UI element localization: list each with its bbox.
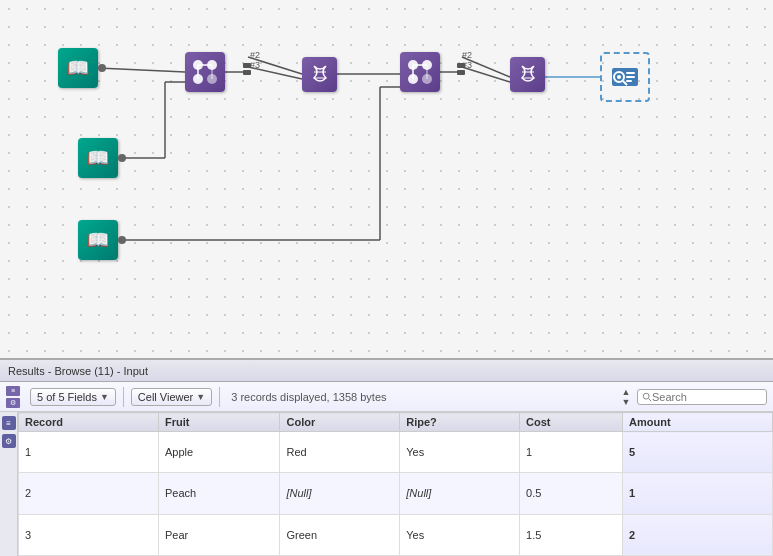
table-row: 1AppleRedYes15 <box>19 432 773 473</box>
dna-node-1[interactable] <box>302 57 337 92</box>
results-panel: Results - Browse (11) - Input ≡ ⚙ 5 of 5… <box>0 360 773 556</box>
search-box <box>637 389 767 405</box>
fields-label: 5 of 5 Fields <box>37 391 97 403</box>
connections-svg <box>0 0 773 358</box>
cell-amount-1: 5 <box>623 432 773 473</box>
svg-point-39 <box>617 75 621 79</box>
results-toolbar: ≡ ⚙ 5 of 5 Fields ▼ Cell Viewer ▼ 3 reco… <box>0 382 773 412</box>
col-header-fruit[interactable]: Fruit <box>158 413 280 432</box>
svg-rect-16 <box>243 70 251 75</box>
book-node-3[interactable]: 📖 <box>78 220 118 260</box>
svg-line-45 <box>649 398 652 401</box>
col-header-ripe[interactable]: Ripe? <box>400 413 520 432</box>
label-2b: #2 <box>462 50 472 60</box>
col-header-cost[interactable]: Cost <box>520 413 623 432</box>
svg-rect-43 <box>626 80 632 82</box>
cell-amount-2: 1 <box>623 473 773 514</box>
book3-output <box>118 236 126 244</box>
fields-chevron: ▼ <box>100 392 109 402</box>
viewer-button[interactable]: Cell Viewer ▼ <box>131 388 212 406</box>
dna-node-2[interactable] <box>510 57 545 92</box>
table-body: 1AppleRedYes152Peach[Null][Null]0.513Pea… <box>19 432 773 556</box>
cell-cost-1: 1 <box>520 432 623 473</box>
side-icon-1: ≡ <box>6 386 20 396</box>
results-title: Results - Browse (11) - Input <box>0 360 773 382</box>
cell-color-2: [Null] <box>280 473 400 514</box>
side-icon-table: ≡ <box>2 416 16 430</box>
label-3a: #3 <box>250 60 260 70</box>
separator-2 <box>219 387 220 407</box>
cell-fruit-2: Peach <box>158 473 280 514</box>
workflow-canvas: 📖 📖 📖 #2 #3 <box>0 0 773 360</box>
svg-rect-41 <box>626 72 635 74</box>
join-node-2[interactable] <box>400 52 440 92</box>
svg-line-0 <box>98 68 185 72</box>
sort-up-button[interactable]: ▲ <box>619 387 633 397</box>
cell-ripe-1: Yes <box>400 432 520 473</box>
data-table: Record Fruit Color Ripe? Cost Amount 1Ap… <box>18 412 773 556</box>
cell-record-2: 2 <box>19 473 159 514</box>
cell-ripe-2: [Null] <box>400 473 520 514</box>
col-header-record[interactable]: Record <box>19 413 159 432</box>
viewer-chevron: ▼ <box>196 392 205 402</box>
side-icons-panel: ≡ ⚙ <box>0 412 18 556</box>
separator-1 <box>123 387 124 407</box>
cell-record-3: 3 <box>19 514 159 555</box>
side-icon-2: ⚙ <box>6 398 20 408</box>
sort-buttons: ▲ ▼ <box>619 387 633 407</box>
results-table-container: ≡ ⚙ Record Fruit Color Ripe? Cost Amount… <box>0 412 773 556</box>
viewer-label: Cell Viewer <box>138 391 193 403</box>
label-2a: #2 <box>250 50 260 60</box>
cell-cost-2: 0.5 <box>520 473 623 514</box>
search-input[interactable] <box>652 391 762 403</box>
side-icon-gear: ⚙ <box>2 434 16 448</box>
table-row: 2Peach[Null][Null]0.51 <box>19 473 773 514</box>
book2-output <box>118 154 126 162</box>
table-header-row: Record Fruit Color Ripe? Cost Amount <box>19 413 773 432</box>
cell-color-3: Green <box>280 514 400 555</box>
cell-color-1: Red <box>280 432 400 473</box>
results-title-text: Results - Browse (11) - Input <box>8 365 148 377</box>
sort-down-button[interactable]: ▼ <box>619 397 633 407</box>
search-icon <box>642 391 652 403</box>
cell-record-1: 1 <box>19 432 159 473</box>
svg-rect-42 <box>626 76 635 78</box>
cell-fruit-3: Pear <box>158 514 280 555</box>
svg-point-44 <box>643 393 649 399</box>
svg-rect-18 <box>457 70 465 75</box>
cell-cost-3: 1.5 <box>520 514 623 555</box>
book-node-2[interactable]: 📖 <box>78 138 118 178</box>
book-node-1[interactable]: 📖 <box>58 48 98 88</box>
cell-fruit-1: Apple <box>158 432 280 473</box>
browse-node[interactable] <box>600 52 650 102</box>
fields-button[interactable]: 5 of 5 Fields ▼ <box>30 388 116 406</box>
col-header-color[interactable]: Color <box>280 413 400 432</box>
cell-amount-3: 2 <box>623 514 773 555</box>
col-header-amount[interactable]: Amount <box>623 413 773 432</box>
join-node-1[interactable] <box>185 52 225 92</box>
label-3b: #3 <box>462 60 472 70</box>
book1-output <box>98 64 106 72</box>
table-row: 3PearGreenYes1.52 <box>19 514 773 555</box>
cell-ripe-3: Yes <box>400 514 520 555</box>
info-text: 3 records displayed, 1358 bytes <box>231 391 611 403</box>
